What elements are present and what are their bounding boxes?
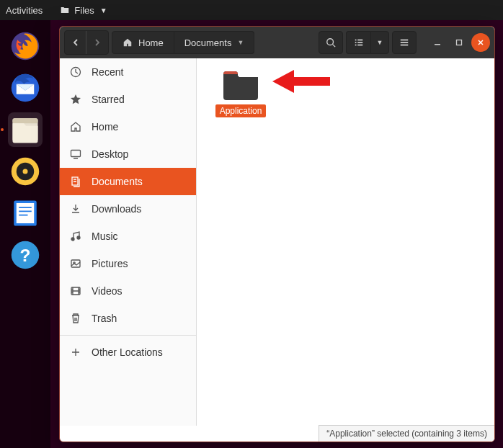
sidebar-item-label: Other Locations: [92, 346, 163, 358]
svg-point-6: [23, 169, 28, 174]
dock-help[interactable]: ?: [8, 238, 43, 272]
chevron-right-icon: [93, 38, 102, 47]
desktop: ? Home Documents ▼: [0, 20, 503, 448]
sidebar-item-pictures[interactable]: Pictures: [60, 250, 196, 277]
titlebar: Home Documents ▼ ▼: [60, 27, 494, 58]
svg-rect-19: [355, 45, 356, 46]
svg-rect-16: [357, 40, 362, 41]
svg-rect-10: [19, 211, 32, 212]
path-home-label: Home: [138, 37, 164, 48]
sidebar-item-label: Downloads: [92, 203, 141, 215]
dock: ?: [0, 20, 50, 448]
list-view-button[interactable]: [346, 31, 370, 54]
writer-icon: [10, 198, 40, 228]
list-icon: [354, 37, 364, 48]
sidebar-item-trash[interactable]: Trash: [60, 305, 196, 332]
annotation-arrow: [272, 67, 330, 96]
star-icon: [70, 94, 81, 105]
sidebar-divider: [60, 335, 196, 336]
dock-files[interactable]: [8, 112, 43, 147]
svg-rect-25: [457, 40, 462, 45]
close-icon: [477, 39, 484, 46]
svg-point-14: [327, 39, 334, 45]
sidebar-item-recent[interactable]: Recent: [60, 58, 196, 86]
folder-icon: [222, 70, 259, 102]
svg-rect-22: [401, 42, 409, 43]
music-icon: [70, 230, 81, 242]
svg-rect-21: [401, 40, 409, 41]
activities-label: Activities: [6, 5, 43, 16]
folder-icon: [60, 5, 70, 15]
dock-thunderbird[interactable]: [8, 71, 43, 105]
maximize-button[interactable]: [450, 33, 468, 52]
chevron-down-icon: ▼: [377, 39, 383, 46]
sidebar-item-videos[interactable]: Videos: [60, 277, 196, 305]
documents-icon: [70, 176, 81, 187]
close-button[interactable]: [471, 33, 490, 52]
activities-button[interactable]: Activities: [6, 5, 43, 16]
path-current-label: Documents: [184, 37, 232, 48]
chevron-down-icon: ▼: [100, 6, 107, 14]
sidebar-item-label: Pictures: [92, 258, 128, 269]
svg-point-29: [71, 238, 74, 241]
minimize-icon: [434, 39, 441, 46]
content-area[interactable]: Application: [197, 58, 494, 426]
chevron-left-icon: [71, 38, 80, 47]
sidebar-item-documents[interactable]: Documents: [60, 168, 196, 195]
statusbar-text: “Application” selected (containing 3 ite…: [326, 429, 487, 439]
dock-writer[interactable]: [8, 196, 43, 230]
sidebar-item-label: Starred: [92, 94, 125, 105]
svg-rect-23: [401, 45, 409, 46]
sidebar-item-starred[interactable]: Starred: [60, 86, 196, 113]
files-icon: [10, 115, 40, 145]
firefox-icon: [10, 31, 40, 61]
sidebar-item-desktop[interactable]: Desktop: [60, 140, 196, 168]
sidebar-item-other-locations[interactable]: Other Locations: [60, 339, 196, 366]
dock-rhythmbox[interactable]: [8, 154, 43, 189]
svg-point-30: [77, 236, 80, 239]
nav-buttons: [64, 30, 109, 55]
view-controls: ▼: [346, 31, 389, 54]
sidebar-item-label: Trash: [92, 313, 117, 324]
videos-icon: [70, 285, 81, 297]
folder-application[interactable]: Application: [208, 70, 273, 117]
svg-rect-9: [19, 207, 32, 208]
svg-rect-24: [435, 44, 440, 45]
search-button[interactable]: [319, 31, 343, 54]
forward-button[interactable]: [86, 31, 108, 54]
back-button[interactable]: [65, 31, 86, 54]
svg-rect-11: [19, 215, 27, 216]
thunderbird-icon: [10, 73, 40, 103]
home-icon: [70, 121, 81, 133]
files-menu[interactable]: Files ▼: [60, 5, 107, 16]
sidebar: Recent Starred Home Desktop Documents: [60, 58, 197, 426]
hamburger-button[interactable]: [392, 31, 417, 54]
downloads-icon: [70, 203, 81, 215]
svg-rect-8: [17, 203, 35, 223]
sidebar-item-downloads[interactable]: Downloads: [60, 195, 196, 223]
rhythmbox-icon: [10, 156, 40, 187]
minimize-button[interactable]: [428, 33, 447, 52]
path-current[interactable]: Documents ▼: [174, 31, 255, 54]
window-body: Recent Starred Home Desktop Documents: [60, 58, 494, 426]
home-icon: [123, 37, 133, 48]
folder-label: Application: [215, 104, 267, 117]
help-icon: ?: [10, 240, 40, 270]
sidebar-item-label: Videos: [92, 285, 123, 297]
dock-firefox[interactable]: [8, 29, 43, 63]
sidebar-item-label: Documents: [92, 176, 143, 187]
top-bar: Activities Files ▼: [0, 0, 503, 20]
view-dropdown-button[interactable]: ▼: [370, 31, 389, 54]
svg-rect-15: [355, 40, 356, 41]
clock-icon: [70, 66, 81, 78]
svg-rect-3: [13, 118, 38, 123]
svg-rect-17: [355, 42, 356, 43]
statusbar: “Application” selected (containing 3 ite…: [319, 425, 494, 442]
sidebar-item-home[interactable]: Home: [60, 113, 196, 140]
sidebar-item-label: Music: [92, 230, 118, 242]
path-home[interactable]: Home: [112, 31, 174, 54]
svg-text:?: ?: [20, 246, 31, 265]
files-menu-label: Files: [74, 5, 94, 16]
path-bar: Home Documents ▼: [112, 31, 254, 54]
sidebar-item-music[interactable]: Music: [60, 223, 196, 250]
